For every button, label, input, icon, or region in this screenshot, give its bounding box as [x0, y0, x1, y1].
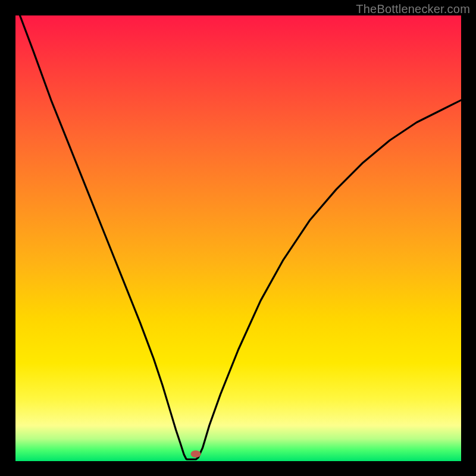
curve-svg	[15, 15, 461, 461]
bottleneck-curve	[20, 15, 461, 459]
plot-area	[15, 15, 461, 461]
chart-container: TheBottlenecker.com	[0, 0, 476, 476]
optimal-point-marker	[191, 450, 201, 458]
watermark-text: TheBottlenecker.com	[356, 2, 470, 16]
